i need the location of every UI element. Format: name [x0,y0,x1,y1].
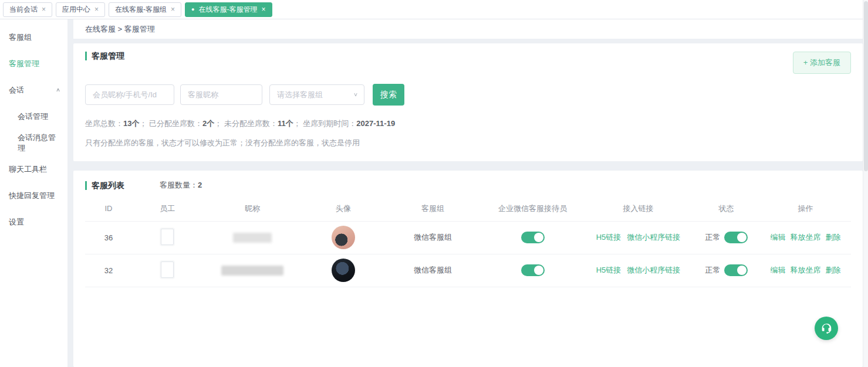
cell-id: 36 [85,221,132,254]
headset-icon [820,322,833,335]
avatar [332,226,355,249]
tab-app-center[interactable]: 应用中心 × [56,2,105,17]
table-row: 36 微信客服组 H5链接微信小程序链接 正常 [85,221,851,254]
stat-label: 坐席总数： [85,119,123,128]
sidebar-item-label: 设置 [9,217,24,227]
sidebar: 客服组 客服管理 会话 ∧ 会话管理 会话消息管理 聊天工具栏 快捷回复管理 设… [0,19,67,367]
tab-label: 在线客服-客服管理 [198,5,257,15]
agent-count: 客服数量：2 [160,180,202,191]
active-dot-icon: ● [191,7,194,12]
sidebar-item-label: 快捷回复管理 [9,191,55,201]
status-label: 正常 [705,232,721,243]
employee-photo-placeholder [161,261,174,278]
edit-link[interactable]: 编辑 [771,233,786,242]
header-group: 客服组 [384,196,481,221]
status-label: 正常 [705,265,721,276]
service-management-panel: 客服管理 + 添加客服 请选择客服组 ∨ 搜索 坐席总数：13个； 已分配坐席数… [73,43,863,161]
employee-photo-placeholder [161,229,174,245]
h5-link[interactable]: H5链接 [596,233,622,242]
agent-nickname-input[interactable] [180,84,262,105]
header-actions: 操作 [760,196,851,221]
sidebar-item-session-management[interactable]: 会话管理 [0,103,67,130]
nickname-redacted [233,233,272,243]
sidebar-item-service-management[interactable]: 客服管理 [0,50,67,77]
close-icon[interactable]: × [171,6,175,13]
tab-bar: 当前会话 × 应用中心 × 在线客服-客服组 × ● 在线客服-客服管理 × [0,0,868,19]
filter-bar: 请选择客服组 ∨ 搜索 [85,84,851,106]
sidebar-item-label: 客服组 [9,32,32,43]
stat-value: 11个 [278,119,293,128]
status-note: 只有分配坐席的客服，状态才可以修改为正常；没有分配坐席的客服，状态是停用 [85,138,851,148]
customer-service-float-button[interactable] [815,317,838,340]
sidebar-item-settings[interactable]: 设置 [0,209,67,235]
scrollbar-thumb[interactable] [864,1,868,171]
sidebar-item-label: 客服管理 [9,59,39,69]
cell-group: 微信客服组 [384,221,481,254]
breadcrumb: 在线客服 > 客服管理 [73,19,863,39]
avatar [332,259,355,282]
table-row: 32 微信客服组 H5链接微信小程序链接 正常 [85,254,851,287]
h5-link[interactable]: H5链接 [596,266,622,274]
tab-label: 应用中心 [62,5,90,15]
sidebar-item-sessions[interactable]: 会话 ∧ [0,77,67,103]
wework-receptionist-toggle[interactable] [521,264,545,276]
tab-service-group[interactable]: 在线客服-客服组 × [109,2,181,17]
service-agent-table: ID 员工 昵称 头像 客服组 企业微信客服接待员 接入链接 状态 操作 36 [85,196,851,287]
service-list-panel: 客服列表 客服数量：2 ID 员工 昵称 头像 客服 [73,171,863,367]
stat-value: 2027-11-19 [356,119,395,128]
sidebar-item-label: 会话管理 [18,111,48,122]
wework-receptionist-toggle[interactable] [521,232,545,243]
service-group-select[interactable]: 请选择客服组 ∨ [269,84,364,105]
stat-label: 未分配坐席数： [224,119,278,128]
cell-group: 微信客服组 [384,254,481,287]
add-service-agent-button[interactable]: + 添加客服 [793,52,851,74]
delete-link[interactable]: 删除 [826,233,841,242]
close-icon[interactable]: × [94,6,99,13]
header-avatar: 头像 [302,196,384,221]
tab-current-session[interactable]: 当前会话 × [3,2,52,17]
edit-link[interactable]: 编辑 [771,266,786,274]
search-button[interactable]: 搜索 [373,84,404,106]
vertical-scrollbar[interactable] [863,0,868,367]
sidebar-item-service-groups[interactable]: 客服组 [0,24,67,50]
panel-title: 客服列表 [85,181,124,190]
sidebar-item-chat-toolbar[interactable]: 聊天工具栏 [0,156,67,182]
tab-label: 在线客服-客服组 [115,5,167,15]
close-icon[interactable]: × [261,6,265,13]
tab-service-management[interactable]: ● 在线客服-客服管理 × [185,2,272,17]
header-nickname: 昵称 [202,196,302,221]
content-area: 在线客服 > 客服管理 客服管理 + 添加客服 请选择客服组 ∨ 搜索 坐席总数… [67,19,868,367]
miniprogram-link[interactable]: 微信小程序链接 [627,233,680,242]
cell-id: 32 [85,254,132,287]
delete-link[interactable]: 删除 [826,266,841,274]
sidebar-item-label: 会话消息管理 [18,132,60,154]
release-seat-link[interactable]: 释放坐席 [791,233,821,242]
tab-label: 当前会话 [9,5,38,15]
table-header-row: ID 员工 昵称 头像 客服组 企业微信客服接待员 接入链接 状态 操作 [85,196,851,221]
header-id: ID [85,196,132,221]
stat-value: 13个 [123,119,139,128]
chevron-down-icon: ∨ [353,91,358,97]
close-icon[interactable]: × [42,6,46,13]
stat-label: 坐席到期时间： [303,119,356,128]
header-employee: 员工 [132,196,202,221]
status-toggle[interactable] [724,232,748,243]
header-status: 状态 [693,196,760,221]
sidebar-item-label: 聊天工具栏 [9,164,47,175]
nickname-redacted [221,266,283,276]
count-value: 2 [198,181,202,189]
sidebar-item-label: 会话 [9,85,24,96]
stat-label: 已分配坐席数： [149,119,202,128]
member-search-input[interactable] [85,84,174,105]
sidebar-item-session-message-management[interactable]: 会话消息管理 [0,130,67,156]
chevron-up-icon: ∧ [56,87,60,93]
panel-title: 客服管理 [85,52,124,60]
header-access-links: 接入链接 [584,196,693,221]
release-seat-link[interactable]: 释放坐席 [791,266,821,274]
seat-stats-line: 坐席总数：13个； 已分配坐席数：2个； 未分配坐席数：11个； 坐席到期时间：… [85,118,851,129]
sidebar-item-quick-reply-management[interactable]: 快捷回复管理 [0,182,67,209]
count-label: 客服数量： [160,181,198,189]
miniprogram-link[interactable]: 微信小程序链接 [627,266,680,274]
status-toggle[interactable] [724,264,748,276]
header-wework-receptionist: 企业微信客服接待员 [481,196,584,221]
